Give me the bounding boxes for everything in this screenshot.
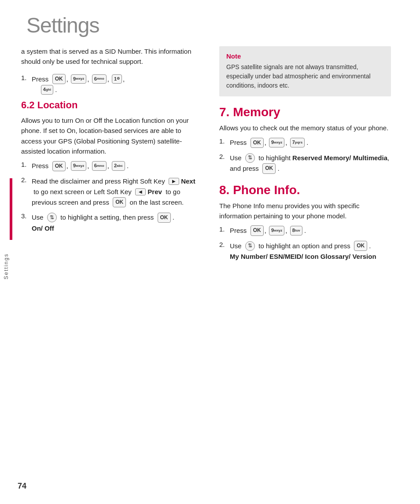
section-62-step-3: 3. Use ⇅ to highlight a setting, then pr… [21,212,197,234]
key-ok: OK [52,74,66,84]
section-7-step-1: 1. Press OK, 9wxyz, 7pqrs . [219,137,391,148]
key-ok: OK [251,138,264,148]
note-text: GPS satellite signals are not always tra… [226,63,384,90]
step-content: Press OK, 9wxyz, 7pqrs . [230,137,391,148]
section-62-step-2: 2. Read the disclaimer and press Right S… [21,176,197,208]
key-9wxyz: 9wxyz [71,74,86,84]
step-num: 1. [21,74,30,81]
step-content: Press OK, 9wxyz, 6mno, 1⚙, 4ghi . [32,74,197,96]
sidebar-label: Settings [3,253,9,279]
note-title: Note [226,52,384,60]
on-off-label: On/ Off [32,224,54,232]
key-ok: OK [262,163,276,173]
step-num: 3. [21,212,30,220]
key-9wxyz: 9wxyz [71,161,86,171]
step-num: 2. [219,153,228,160]
step-num: 1. [219,225,228,233]
key-8tuv: 8tuv [290,226,302,235]
key-ok: OK [113,197,126,207]
key-9wxyz: 9wxyz [269,138,284,147]
step-num: 1. [21,161,30,168]
key-6mno: 6mno [92,161,107,171]
step-content: Use ⇅ to highlight a setting, then press… [32,212,197,234]
step-content: Use ⇅ to highlight Reserved Memory/ Mult… [230,153,391,174]
nav-key: ⇅ [245,241,255,251]
left-column: a system that is served as a SID Number.… [17,46,210,486]
key-6mno: 6mno [92,74,107,84]
next-label: Next [181,177,195,185]
softkey-left-icon: ◀ [135,188,146,195]
right-column: Note GPS satellite signals are not alway… [210,46,400,486]
key-ok: OK [52,161,66,171]
key-1: 1⚙ [112,74,122,84]
key-9wxyz: 9wxyz [269,226,284,235]
nav-key: ⇅ [47,213,57,222]
step-content: Press OK, 9wxyz, 8tuv . [230,225,391,236]
section-7-heading: 7. Memory [219,105,391,119]
intro-text: a system that is served as a SID Number.… [21,46,197,67]
page-title: Settings [0,0,420,46]
section-8-heading: 8. Phone Info. [219,183,391,197]
section-8-step-1: 1. Press OK, 9wxyz, 8tuv . [219,225,391,236]
section-7-body: Allows you to check out the memory statu… [219,123,391,133]
section-62-step-1: 1. Press OK, 9wxyz, 6mno, 2abc . [21,161,197,172]
key-7pqrs: 7pqrs [290,138,305,147]
section-7-step-2: 2. Use ⇅ to highlight Reserved Memory/ M… [219,153,391,174]
key-ok: OK [158,213,171,223]
key-ok: OK [251,225,264,235]
step-num: 2. [21,176,30,184]
key-2abc: 2abc [112,161,125,171]
page-number: 74 [18,482,26,491]
prev-label: Prev [147,188,162,195]
key-4ghi: 4ghi [41,85,53,95]
section-62-body: Allows you to turn On or Off the Locatio… [21,115,197,156]
intro-step-1: 1. Press OK, 9wxyz, 6mno, 1⚙, 4ghi . [21,74,197,96]
step-num: 2. [219,241,228,248]
step-content: Read the disclaimer and press Right Soft… [32,176,197,208]
nav-key: ⇅ [245,153,255,163]
step-content: Press OK, 9wxyz, 6mno, 2abc . [32,161,197,172]
step-num: 1. [219,137,228,145]
key-ok: OK [354,241,367,251]
step-content: Use ⇅ to highlight an option and press O… [230,241,391,262]
note-box: Note GPS satellite signals are not alway… [219,46,391,96]
section-8-body: The Phone Info menu provides you with sp… [219,201,391,221]
phone-info-options-label: My Number/ ESN/MEID/ Icon Glossary/ Vers… [230,253,376,260]
softkey-right-icon: ▶ [169,178,179,185]
reserved-memory-label: Reserved Memory/ Multimedia [292,154,387,162]
sidebar: Settings [0,46,12,486]
sidebar-bar [10,178,12,240]
section-8-step-2: 2. Use ⇅ to highlight an option and pres… [219,241,391,262]
section-62-heading: 6.2 Location [21,99,197,111]
